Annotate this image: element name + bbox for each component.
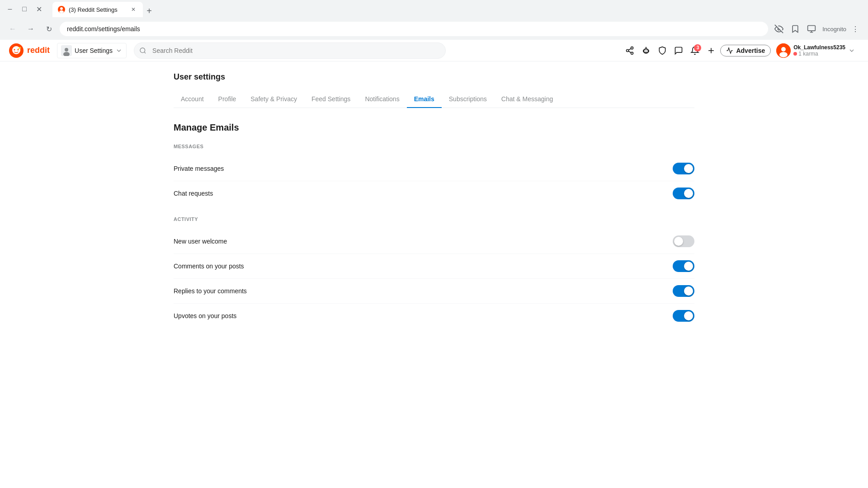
address-input-wrap	[60, 22, 768, 36]
tab-notifications[interactable]: Notifications	[358, 91, 406, 108]
activity-section-header: ACTIVITY	[174, 216, 694, 222]
chat-icon	[674, 46, 683, 55]
svg-point-14	[631, 47, 633, 49]
shield-icon-button[interactable]	[655, 43, 670, 58]
reddit-logo[interactable]: reddit	[9, 43, 50, 58]
replies-to-comments-label: Replies to your comments	[174, 287, 247, 295]
advertise-label: Advertise	[736, 47, 765, 54]
new-user-welcome-item: New user welcome	[174, 229, 694, 254]
new-user-welcome-label: New user welcome	[174, 238, 227, 245]
bookmark-icon[interactable]	[788, 22, 802, 36]
private-messages-label: Private messages	[174, 165, 224, 172]
toggle-knob	[684, 311, 693, 320]
svg-point-13	[140, 48, 145, 53]
svg-rect-4	[808, 26, 816, 31]
username-label: Ok_Lawfulness5235	[793, 44, 845, 51]
tab-title: (3) Reddit Settings	[69, 6, 126, 13]
comments-on-posts-toggle[interactable]	[673, 260, 694, 272]
messages-section-header: MESSAGES	[174, 144, 694, 149]
toggle-knob	[674, 237, 683, 246]
search-bar	[134, 42, 446, 59]
chevron-down-icon	[115, 47, 123, 54]
replies-to-comments-toggle[interactable]	[673, 285, 694, 297]
svg-point-19	[645, 50, 646, 51]
user-chevron-down-icon	[848, 47, 855, 54]
address-bar: ← → ↻ Incogni	[0, 18, 868, 40]
notification-badge: 3	[694, 44, 701, 52]
user-settings-label: User Settings	[75, 47, 113, 54]
notification-bell-button[interactable]: 3	[688, 43, 702, 58]
comments-on-posts-label: Comments on your posts	[174, 263, 244, 270]
svg-point-7	[14, 49, 15, 50]
svg-point-23	[646, 47, 647, 48]
snoo-icon	[642, 46, 651, 55]
chat-requests-label: Chat requests	[174, 190, 213, 197]
snoo-icon-button[interactable]	[639, 43, 653, 58]
private-messages-item: Private messages	[174, 156, 694, 181]
toggle-knob	[684, 262, 693, 271]
menu-button[interactable]: ⋮	[848, 22, 863, 36]
svg-point-20	[647, 50, 648, 51]
svg-point-28	[779, 52, 788, 57]
new-user-welcome-toggle[interactable]	[673, 235, 694, 247]
minimize-button[interactable]: –	[4, 3, 16, 15]
reddit-header: reddit User Settings	[0, 40, 868, 61]
shield-icon	[658, 46, 667, 55]
settings-tabs: Account Profile Safety & Privacy Feed Se…	[174, 91, 694, 108]
svg-point-15	[627, 49, 629, 52]
tab-profile[interactable]: Profile	[211, 91, 244, 108]
svg-point-2	[59, 10, 64, 13]
page-title: User settings	[174, 72, 694, 82]
chat-icon-button[interactable]	[671, 43, 686, 58]
tab-bar: (3) Reddit Settings ✕ +	[49, 1, 159, 17]
user-settings-button[interactable]: User Settings	[57, 43, 127, 58]
eye-slash-icon[interactable]	[772, 22, 786, 36]
chat-requests-toggle[interactable]	[673, 188, 694, 199]
tab-safety[interactable]: Safety & Privacy	[243, 91, 304, 108]
karma-value: 1 karma	[798, 51, 818, 57]
share-icon	[625, 46, 634, 55]
user-avatar	[776, 43, 791, 58]
plus-icon	[707, 46, 716, 55]
svg-point-1	[60, 7, 63, 10]
activity-section: ACTIVITY New user welcome Comments on yo…	[174, 216, 694, 328]
tab-account[interactable]: Account	[174, 91, 211, 108]
forward-button[interactable]: →	[24, 22, 38, 36]
search-input[interactable]	[134, 42, 446, 59]
reload-button[interactable]: ↻	[42, 22, 56, 36]
maximize-button[interactable]: □	[18, 3, 31, 15]
new-tab-button[interactable]: +	[143, 5, 156, 17]
tab-chat[interactable]: Chat & Messaging	[494, 91, 560, 108]
karma-dot	[793, 52, 797, 56]
messages-section: MESSAGES Private messages Chat requests	[174, 144, 694, 206]
advertise-button[interactable]: Advertise	[720, 45, 771, 56]
comments-on-posts-item: Comments on your posts	[174, 254, 694, 279]
profile-icon[interactable]	[804, 22, 819, 36]
svg-point-11	[65, 48, 68, 52]
tab-emails[interactable]: Emails	[407, 91, 442, 108]
reddit-logo-text: reddit	[27, 46, 50, 55]
toggle-knob	[684, 189, 693, 198]
search-icon	[139, 47, 146, 54]
private-messages-toggle[interactable]	[673, 163, 694, 174]
back-button[interactable]: ←	[5, 22, 20, 36]
address-input[interactable]	[60, 22, 768, 36]
user-account-button[interactable]: Ok_Lawfulness5235 1 karma	[773, 42, 859, 60]
svg-point-16	[631, 52, 633, 54]
tab-close-button[interactable]: ✕	[129, 5, 137, 14]
tab-feed[interactable]: Feed Settings	[304, 91, 358, 108]
incognito-label: Incognito	[822, 26, 846, 33]
toggle-knob	[684, 164, 693, 173]
search-wrap	[134, 42, 446, 59]
advertise-icon	[726, 47, 733, 54]
upvotes-on-posts-toggle[interactable]	[673, 310, 694, 322]
create-post-button[interactable]	[704, 43, 718, 58]
toggle-knob	[684, 286, 693, 296]
tab-subscriptions[interactable]: Subscriptions	[442, 91, 494, 108]
active-tab[interactable]: (3) Reddit Settings ✕	[52, 2, 143, 17]
manage-emails-title: Manage Emails	[174, 122, 694, 133]
close-button[interactable]: ✕	[33, 3, 45, 15]
upvotes-on-posts-item: Upvotes on your posts	[174, 304, 694, 328]
share-icon-button[interactable]	[623, 43, 637, 58]
reddit-logo-icon	[9, 43, 24, 58]
